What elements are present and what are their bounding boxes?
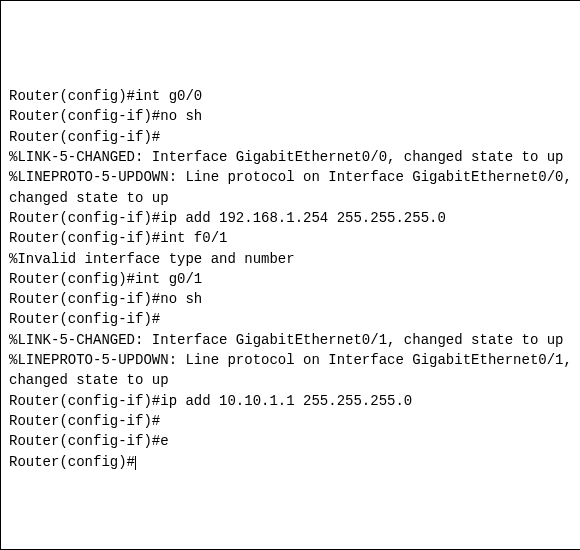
terminal-output[interactable]: Router(config)#int g0/0Router(config-if)… — [9, 86, 572, 550]
text-cursor — [135, 456, 136, 470]
cli-line: Router(config-if)#ip add 10.10.1.1 255.2… — [9, 391, 572, 411]
cli-prompt-text: Router(config)# — [9, 454, 135, 470]
cli-line: Router(config-if)#no sh — [9, 106, 572, 126]
cli-line: %Invalid interface type and number — [9, 249, 572, 269]
cli-line: %LINEPROTO-5-UPDOWN: Line protocol on In… — [9, 167, 572, 208]
cli-line: Router(config-if)#e — [9, 431, 572, 451]
cli-prompt-line: Router(config)# — [9, 452, 572, 472]
cli-line: Router(config)#int g0/0 — [9, 86, 572, 106]
cli-line: %LINK-5-CHANGED: Interface GigabitEthern… — [9, 147, 572, 167]
cli-line: Router(config-if)#no sh — [9, 289, 572, 309]
cli-line: Router(config-if)#int f0/1 — [9, 228, 572, 248]
cli-line: Router(config)#int g0/1 — [9, 269, 572, 289]
cli-line: Router(config-if)# — [9, 127, 572, 147]
cli-line: Router(config-if)# — [9, 411, 572, 431]
cli-line: Router(config-if)#ip add 192.168.1.254 2… — [9, 208, 572, 228]
cli-line: %LINK-5-CHANGED: Interface GigabitEthern… — [9, 330, 572, 350]
cli-line: %LINEPROTO-5-UPDOWN: Line protocol on In… — [9, 350, 572, 391]
cli-line: Router(config-if)# — [9, 309, 572, 329]
